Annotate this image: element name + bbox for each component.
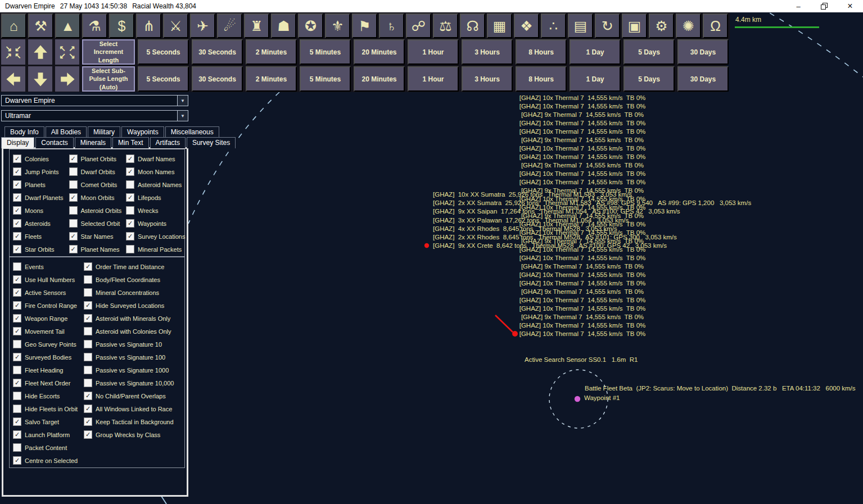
hostile-contact-dot-2[interactable] (424, 243, 429, 248)
refresh-button[interactable]: ↻ (595, 13, 620, 38)
increment-5-days-button[interactable]: 5 Days (623, 39, 675, 65)
option-mineral-packets[interactable]: Mineral Packets (126, 243, 184, 256)
checkbox[interactable]: ✓ (13, 379, 21, 387)
pan-up-button[interactable] (28, 39, 52, 65)
shipyard-button[interactable]: ✈ (190, 13, 215, 38)
subpulse-1-day-button[interactable]: 1 Day (570, 66, 621, 92)
tab-waypoints[interactable]: Waypoints (121, 126, 164, 138)
checkbox[interactable] (13, 262, 21, 271)
tab-body-info[interactable]: Body Info (4, 126, 44, 138)
checkbox[interactable] (84, 353, 92, 361)
checkbox[interactable] (84, 340, 92, 348)
option-fleet-heading[interactable]: Fleet Heading (13, 364, 84, 376)
restore-button[interactable] (811, 0, 837, 12)
industry-button[interactable]: ⚒ (28, 13, 53, 38)
sensor-button[interactable]: ☊ (460, 13, 485, 38)
checkbox[interactable]: ✓ (13, 275, 21, 284)
technology-button[interactable]: ▦ (487, 13, 512, 38)
checkbox[interactable]: ✓ (13, 314, 21, 323)
option-fleet-next-order[interactable]: ✓Fleet Next Order (13, 376, 84, 389)
commanders-button[interactable]: ✪ (298, 13, 323, 38)
checkbox[interactable]: ✓ (13, 193, 21, 202)
turret-design-button[interactable]: ♜ (244, 13, 269, 38)
checkbox[interactable]: ✓ (84, 417, 92, 426)
subpulse-20-minutes-button[interactable]: 20 Minutes (354, 66, 405, 92)
option-colonies[interactable]: ✓Colonies (13, 152, 69, 165)
checkbox[interactable]: ✓ (13, 456, 21, 465)
checkbox[interactable] (126, 245, 134, 253)
research-button[interactable]: ⚗ (82, 13, 107, 38)
option-star-names[interactable]: ✓Star Names (69, 230, 126, 243)
option-surveyed-bodies[interactable]: ✓Surveyed Bodies (13, 351, 84, 364)
option-hide-escorts[interactable]: Hide Escorts (13, 389, 84, 402)
increment-3-hours-button[interactable]: 3 Hours (462, 39, 513, 65)
option-planets[interactable]: ✓Planets (13, 178, 69, 191)
checkbox[interactable] (84, 275, 92, 284)
option-fleets[interactable]: ✓Fleets (13, 230, 69, 243)
option-selected-orbit[interactable]: Selected Orbit (69, 217, 126, 230)
option-active-sensors[interactable]: ✓Active Sensors (13, 286, 84, 299)
checkbox[interactable] (13, 443, 21, 452)
option-hide-fleets-in-orbit[interactable]: Hide Fleets in Orbit (13, 402, 84, 415)
checkbox[interactable]: ✓ (13, 353, 21, 361)
option-star-orbits[interactable]: ✓Star Orbits (13, 243, 69, 256)
option-hide-surveyed-locations[interactable]: ✓Hide Surveyed Locations (84, 299, 184, 312)
checkbox[interactable] (13, 392, 21, 400)
checkbox[interactable]: ✓ (84, 430, 92, 439)
option-dwarf-orbits[interactable]: Dwarf Orbits (69, 165, 126, 178)
tab-minerals[interactable]: Minerals (75, 137, 111, 148)
increment-8-hours-button[interactable]: 8 Hours (516, 39, 567, 65)
checkbox[interactable]: ✓ (13, 167, 21, 176)
tab-artifacts[interactable]: Artifacts (150, 137, 186, 148)
option-centre-on-selected[interactable]: ✓Centre on Selected (13, 454, 84, 467)
option-group-wrecks-by-class[interactable]: ✓Group Wrecks by Class (84, 428, 184, 441)
option-use-hull-numbers[interactable]: ✓Use Hull Numbers (13, 273, 84, 286)
checkbox[interactable]: ✓ (69, 232, 78, 240)
subpulse-30-days-button[interactable]: 30 Days (677, 66, 729, 92)
tab-military[interactable]: Military (88, 126, 120, 138)
checkbox[interactable]: ✓ (126, 193, 134, 202)
option-passive-vs-signature-10-000[interactable]: Passive vs Signature 10,000 (84, 376, 184, 389)
option-no-child-parent-overlaps[interactable]: ✓No Child/Parent Overlaps (84, 389, 184, 402)
minimize-button[interactable]: – (785, 0, 811, 12)
checkbox[interactable]: ✓ (13, 219, 21, 228)
option-geo-survey-points[interactable]: Geo Survey Points (13, 338, 84, 351)
increment-1-hour-button[interactable]: 1 Hour (408, 39, 459, 65)
chevron-down-icon[interactable]: ▼ (177, 96, 188, 106)
select-increment-button[interactable]: Select Increment Length (82, 39, 135, 65)
checkbox[interactable]: ✓ (126, 232, 134, 240)
mining-button[interactable]: ▲ (55, 13, 80, 38)
option-asteroid-with-minerals-only[interactable]: ✓Asteroid with Minerals Only (84, 312, 184, 325)
subpulse-8-hours-button[interactable]: 8 Hours (516, 66, 567, 92)
pan-left-button[interactable] (1, 66, 25, 92)
tab-display[interactable]: Display (1, 137, 34, 148)
tab-contacts[interactable]: Contacts (35, 137, 73, 148)
option-waypoints[interactable]: ✓Waypoints (126, 217, 184, 230)
settings-gear-button[interactable]: ⚙ (649, 13, 674, 38)
race-select[interactable]: Dwarven Empire ▼ (1, 95, 188, 106)
checkbox[interactable]: ✓ (13, 417, 21, 426)
option-order-time-and-distance[interactable]: ✓Order Time and Distance (84, 260, 184, 273)
option-passive-vs-signature-10[interactable]: Passive vs Signature 10 (84, 338, 184, 351)
checkbox[interactable]: ✓ (69, 155, 78, 163)
checkbox[interactable]: ✓ (13, 288, 21, 297)
increment-5-seconds-button[interactable]: 5 Seconds (138, 39, 189, 65)
subpulse-30-seconds-button[interactable]: 30 Seconds (192, 66, 243, 92)
option-comet-orbits[interactable]: Comet Orbits (69, 178, 126, 191)
select-subpulse-button[interactable]: Select Sub-Pulse Length (Auto) (82, 66, 135, 92)
option-moons[interactable]: ✓Moons (13, 204, 69, 217)
option-weapon-range[interactable]: ✓Weapon Range (13, 312, 84, 325)
checkbox[interactable] (69, 167, 78, 176)
checkbox[interactable]: ✓ (84, 392, 92, 400)
checkbox[interactable]: ✓ (84, 314, 92, 323)
option-wrecks[interactable]: Wrecks (126, 204, 184, 217)
logistics-button[interactable]: ⋔ (136, 13, 161, 38)
subpulse-2-minutes-button[interactable]: 2 Minutes (246, 66, 297, 92)
waypoint-dot[interactable] (575, 396, 580, 402)
economy-button[interactable]: ⌂ (1, 13, 26, 38)
checkbox[interactable]: ✓ (13, 232, 21, 240)
race-flag-button[interactable]: ⚑ (352, 13, 377, 38)
increment-1-day-button[interactable]: 1 Day (570, 39, 621, 65)
chevron-down-icon[interactable]: ▼ (177, 111, 188, 121)
tab-min-text[interactable]: Min Text (112, 137, 148, 148)
